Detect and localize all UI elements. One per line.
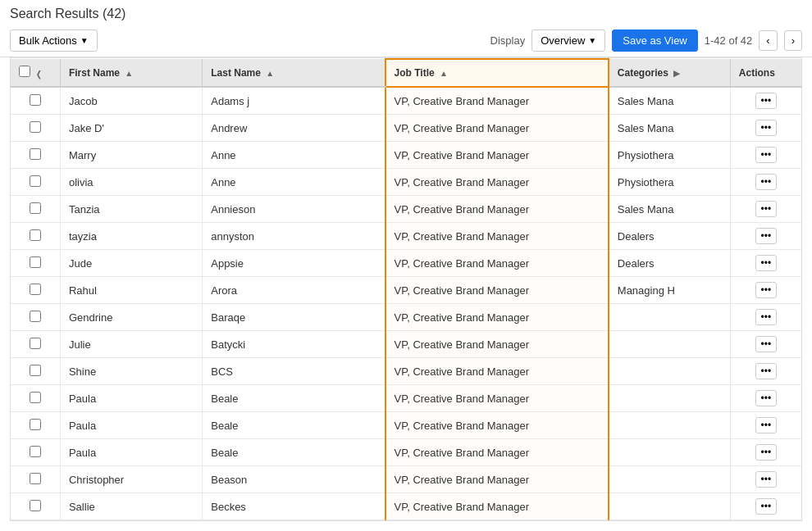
th-last-name[interactable]: Last Name ▲ — [203, 59, 385, 87]
table-row: Jake D'AndrewVP, Creative Brand ManagerS… — [11, 115, 801, 142]
row-action-button[interactable]: ••• — [755, 498, 778, 515]
toolbar-right: Display Overview ▼ Save as View 1-42 of … — [490, 30, 802, 52]
row-checkbox[interactable] — [30, 229, 41, 241]
row-checkbox-cell — [11, 87, 60, 115]
job-title-cell: VP, Creative Brand Manager — [385, 466, 609, 493]
last-name-cell: Adams j — [203, 87, 385, 115]
row-action-button[interactable]: ••• — [755, 390, 778, 406]
row-checkbox[interactable] — [30, 392, 41, 403]
th-checkbox[interactable]: ❬ — [11, 59, 60, 87]
last-name-cell: Anne — [203, 169, 385, 196]
row-action-button[interactable]: ••• — [755, 255, 778, 271]
actions-cell: ••• — [730, 223, 801, 250]
row-action-button[interactable]: ••• — [755, 444, 778, 461]
row-action-button[interactable]: ••• — [755, 174, 778, 190]
table-row: SallieBeckesVP, Creative Brand Manager••… — [11, 493, 801, 520]
bulk-actions-button[interactable]: Bulk Actions ▼ — [10, 30, 98, 52]
row-checkbox-cell — [11, 466, 60, 493]
row-checkbox[interactable] — [30, 148, 41, 160]
first-name-cell: Christopher — [60, 466, 202, 493]
last-name-cell: Arora — [203, 277, 385, 304]
row-checkbox[interactable] — [30, 175, 41, 187]
row-action-button[interactable]: ••• — [755, 363, 778, 379]
table-row: RahulAroraVP, Creative Brand ManagerMana… — [11, 277, 801, 304]
categories-cell — [609, 439, 731, 466]
job-title-cell: VP, Creative Brand Manager — [385, 169, 609, 196]
row-checkbox-cell — [11, 169, 60, 196]
row-checkbox[interactable] — [30, 94, 41, 106]
job-title-cell: VP, Creative Brand Manager — [385, 439, 609, 466]
categories-cell: Dealers — [609, 250, 731, 277]
actions-cell: ••• — [730, 493, 801, 520]
select-all-checkbox[interactable] — [19, 66, 30, 77]
row-checkbox-cell — [11, 412, 60, 439]
last-name-cell: annyston — [203, 223, 385, 250]
prev-page-button[interactable]: ‹ — [759, 30, 777, 51]
last-name-cell: Batycki — [203, 331, 385, 358]
actions-cell: ••• — [730, 466, 801, 493]
last-name-cell: Beckes — [203, 493, 385, 520]
row-checkbox-cell — [11, 115, 60, 142]
page-title: Search Results (42) — [10, 7, 802, 21]
categories-cell — [609, 466, 731, 493]
categories-cell — [609, 358, 731, 385]
row-checkbox[interactable] — [30, 500, 41, 511]
th-categories-label: Categories — [618, 67, 668, 79]
row-checkbox[interactable] — [30, 284, 41, 295]
th-actions: Actions — [730, 59, 801, 87]
row-action-button[interactable]: ••• — [755, 201, 778, 217]
row-action-button[interactable]: ••• — [755, 309, 778, 325]
row-checkbox-cell — [11, 385, 60, 412]
row-checkbox[interactable] — [30, 446, 41, 457]
job-title-cell: VP, Creative Brand Manager — [385, 196, 609, 223]
categories-cell: Physiothera — [609, 142, 731, 169]
row-checkbox[interactable] — [30, 365, 41, 376]
last-name-cell: Beale — [203, 412, 385, 439]
chevron-down-icon: ▼ — [588, 36, 596, 45]
row-action-button[interactable]: ••• — [755, 417, 778, 433]
job-title-cell: VP, Creative Brand Manager — [385, 115, 609, 142]
first-name-cell: Gendrine — [60, 304, 202, 331]
actions-cell: ••• — [730, 115, 801, 142]
row-action-button[interactable]: ••• — [755, 228, 778, 244]
row-action-button[interactable]: ••• — [755, 120, 778, 136]
actions-cell: ••• — [730, 169, 801, 196]
row-checkbox[interactable] — [30, 121, 41, 133]
sort-asc-icon: ▲ — [266, 69, 274, 78]
row-checkbox[interactable] — [30, 202, 41, 214]
actions-cell: ••• — [730, 412, 801, 439]
actions-cell: ••• — [730, 196, 801, 223]
row-action-button[interactable]: ••• — [755, 282, 778, 298]
results-table: ❬ First Name ▲ Last Name ▲ Job Title ▲ C… — [11, 58, 801, 520]
row-checkbox[interactable] — [30, 419, 41, 430]
categories-cell: Sales Mana — [609, 115, 731, 142]
th-job-title[interactable]: Job Title ▲ — [385, 59, 609, 87]
first-name-cell: Shine — [60, 358, 202, 385]
job-title-cell: VP, Creative Brand Manager — [385, 493, 609, 520]
categories-cell — [609, 304, 731, 331]
th-categories[interactable]: Categories ▶ — [609, 59, 731, 87]
sort-asc-icon: ▲ — [440, 69, 448, 78]
th-job-title-label: Job Title — [395, 67, 435, 79]
actions-cell: ••• — [730, 304, 801, 331]
display-dropdown[interactable]: Overview ▼ — [531, 30, 605, 52]
row-checkbox[interactable] — [30, 338, 41, 349]
categories-cell — [609, 331, 731, 358]
next-page-button[interactable]: › — [784, 30, 802, 51]
th-first-name[interactable]: First Name ▲ — [60, 59, 202, 87]
categories-cell: Physiothera — [609, 169, 731, 196]
row-checkbox[interactable] — [30, 256, 41, 268]
first-name-cell: Rahul — [60, 277, 202, 304]
job-title-cell: VP, Creative Brand Manager — [385, 250, 609, 277]
save-as-view-button[interactable]: Save as View — [612, 30, 698, 52]
row-checkbox-cell — [11, 142, 60, 169]
row-checkbox[interactable] — [30, 473, 41, 484]
actions-cell: ••• — [730, 439, 801, 466]
row-action-button[interactable]: ••• — [755, 471, 778, 488]
row-checkbox[interactable] — [30, 311, 41, 322]
row-action-button[interactable]: ••• — [755, 147, 778, 163]
row-action-button[interactable]: ••• — [755, 93, 778, 109]
actions-cell: ••• — [730, 385, 801, 412]
job-title-cell: VP, Creative Brand Manager — [385, 412, 609, 439]
row-action-button[interactable]: ••• — [755, 336, 778, 352]
